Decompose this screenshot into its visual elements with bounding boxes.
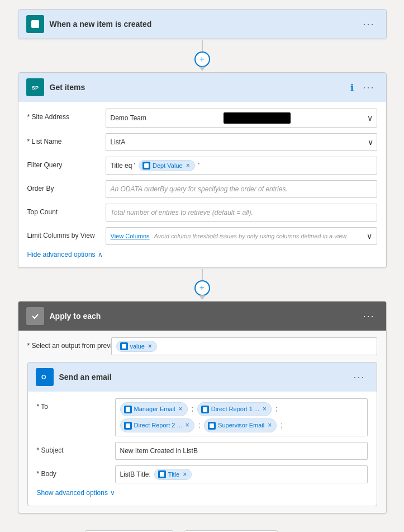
show-advanced-chevron: ∨ [110,489,115,497]
hide-advanced-chevron: ∧ [98,251,103,258]
get-items-header: SP Get items ℹ ··· [18,73,386,102]
trigger-header: S When a new item is created ··· [18,10,386,39]
hide-advanced-toggle[interactable]: Hide advanced options ∧ [27,251,377,258]
add-step-btn-1[interactable]: + [194,51,210,67]
to-tag-row-1: S Manager Email × ; S [120,402,279,416]
apply-each-header: Apply to each ··· [18,302,386,331]
svg-text:S: S [210,425,212,428]
site-address-input[interactable]: Demo Team ∨ [106,109,377,128]
outlook-icon: O [36,368,54,386]
subject-label: * Subject [37,442,110,454]
direct-report-2-close[interactable]: × [186,420,189,431]
limit-columns-row: Limit Columns by View View Columns Avoid… [27,227,377,245]
order-by-label: Order By [27,180,100,192]
body-input[interactable]: ListB Title: S Title × [115,465,368,483]
supervisor-email-tag-icon: S [208,422,216,430]
apply-each-body: * Select an output from previous steps S… [18,331,386,513]
show-advanced-toggle[interactable]: Show advanced options ∨ [37,489,368,497]
apply-each-card: Apply to each ··· * Select an output fro… [18,301,387,514]
send-email-more-btn[interactable]: ··· [350,370,368,384]
show-advanced-label: Show advanced options [37,489,108,497]
manager-email-close[interactable]: × [178,404,182,415]
top-count-placeholder: Total number of entries to retrieve (def… [111,209,253,216]
value-tag-icon: S [120,342,128,350]
svg-text:S: S [122,345,124,349]
view-columns-link[interactable]: View Columns [111,233,150,239]
site-address-arrow: ∨ [367,114,373,123]
list-name-arrow: ∨ [368,138,373,147]
dept-value-label: Dept Value [153,162,183,169]
connector-arrow-2 [199,295,206,300]
list-name-row: * List Name ListA ∨ [27,133,377,151]
sep-3: ; [198,420,200,431]
direct-report-2-icon: S [124,422,132,430]
trigger-title: When a new item is created [50,20,354,29]
subject-row: * Subject New Item Created in ListB [37,442,368,460]
title-tag-close[interactable]: × [183,470,187,478]
select-output-input[interactable]: S value × [111,337,377,355]
to-label: * To [37,398,110,411]
send-email-header: O Send an email ··· [28,362,377,392]
hide-advanced-label: Hide advanced options [27,251,96,258]
direct-report-1-close[interactable]: × [263,404,267,415]
supervisor-email-close[interactable]: × [268,420,272,431]
manager-email-label: Manager Email [134,404,175,415]
dept-value-tag: S Dept Value × [139,160,195,171]
connector-arrow-1 [199,67,206,71]
connector-2: + [194,268,210,301]
filter-prefix: Title eq ' [111,162,136,170]
limit-columns-arrow: ∨ [367,232,372,241]
direct-report-2-tag: S Direct Report 2 ... × [120,418,194,432]
action-buttons-row: Add an action Add a condition ··· More [85,525,319,532]
order-by-row: Order By An ODATA orderBy query for spec… [27,180,377,198]
svg-text:S: S [203,408,205,412]
get-items-body: * Site Address Demo Team ∨ * List Name L… [18,102,386,267]
value-tag-label: value [130,343,145,350]
dept-value-tag-icon: S [142,162,150,170]
site-address-label: * Site Address [27,109,100,121]
get-items-title: Get items [50,83,345,92]
send-email-body: * To S Manager Email × ; [28,392,377,506]
apply-each-more-btn[interactable]: ··· [359,309,378,323]
send-email-card: O Send an email ··· * To [27,362,377,506]
to-tag-row-2: S Direct Report 2 ... × ; S [120,418,284,432]
filter-query-input[interactable]: Title eq ' S Dept Value × ' [106,157,377,175]
site-address-redacted [224,112,291,124]
dept-value-close[interactable]: × [186,162,190,170]
connector-line-2 [202,269,203,280]
trigger-more-btn[interactable]: ··· [359,17,378,31]
svg-text:SP: SP [32,85,39,91]
subject-input[interactable]: New Item Created in ListB [115,442,368,460]
body-label: * Body [37,465,110,478]
list-name-label: * List Name [27,133,100,145]
svg-text:S: S [126,425,128,428]
get-items-more-btn[interactable]: ··· [359,81,378,95]
limit-columns-placeholder: Avoid column threshold issues by only us… [154,233,367,239]
order-by-placeholder: An ODATA orderBy query for specifying th… [111,185,288,193]
direct-report-1-label: Direct Report 1 ... [211,404,259,415]
body-prefix: ListB Title: [120,470,151,478]
top-count-input[interactable]: Total number of entries to retrieve (def… [106,204,377,222]
list-name-input[interactable]: ListA ∨ [106,133,377,151]
to-row: * To S Manager Email × ; [37,398,368,436]
filter-query-row: Filter Query Title eq ' S Dept Value × ' [27,157,377,175]
order-by-input[interactable]: An ODATA orderBy query for specifying th… [106,180,377,198]
supervisor-email-tag: S Supervisor Email × [204,418,277,432]
svg-text:S: S [32,22,36,28]
title-tag-label: Title [168,471,179,478]
value-tag-close[interactable]: × [148,342,152,350]
top-count-label: Top Count [27,204,100,216]
top-count-row: Top Count Total number of entries to ret… [27,204,377,222]
trigger-card: S When a new item is created ··· [18,9,387,39]
body-row: * Body ListB Title: S Title × [37,465,368,483]
filter-suffix: ' [198,162,199,170]
limit-columns-input[interactable]: View Columns Avoid column threshold issu… [106,227,377,245]
add-step-btn-2[interactable]: + [194,280,210,296]
to-input[interactable]: S Manager Email × ; S [115,398,368,436]
apply-each-icon [26,307,44,325]
sep-2: ; [275,404,277,415]
svg-rect-6 [31,312,40,321]
get-items-info-btn[interactable]: ℹ [350,82,354,93]
subject-value: New Item Created in ListB [120,447,198,455]
direct-report-1-tag: S Direct Report 1 ... × [197,402,272,416]
